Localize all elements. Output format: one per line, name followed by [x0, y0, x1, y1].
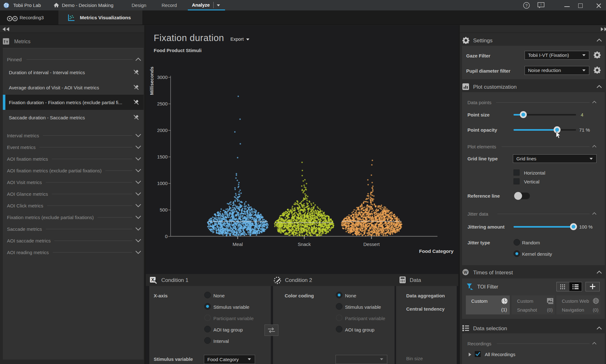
svg-text:Milliseconds: Milliseconds [149, 67, 154, 95]
svg-text:1500: 1500 [157, 154, 168, 159]
svg-text:2000: 2000 [157, 128, 168, 133]
svg-text:500: 500 [160, 207, 168, 212]
svg-text:Dessert: Dessert [363, 242, 380, 247]
svg-text:1000: 1000 [157, 181, 168, 186]
svg-text:X: X [151, 277, 154, 282]
svg-text:W: W [464, 270, 467, 275]
svg-text:3000: 3000 [157, 75, 168, 80]
svg-text:Meal: Meal [233, 242, 243, 247]
svg-text:!: ! [540, 3, 541, 7]
svg-text:0: 0 [165, 234, 168, 239]
svg-text:Food Category: Food Category [419, 248, 454, 254]
svg-text:Snack: Snack [298, 242, 311, 247]
svg-text:2500: 2500 [157, 101, 168, 106]
svg-text:?: ? [525, 3, 527, 8]
